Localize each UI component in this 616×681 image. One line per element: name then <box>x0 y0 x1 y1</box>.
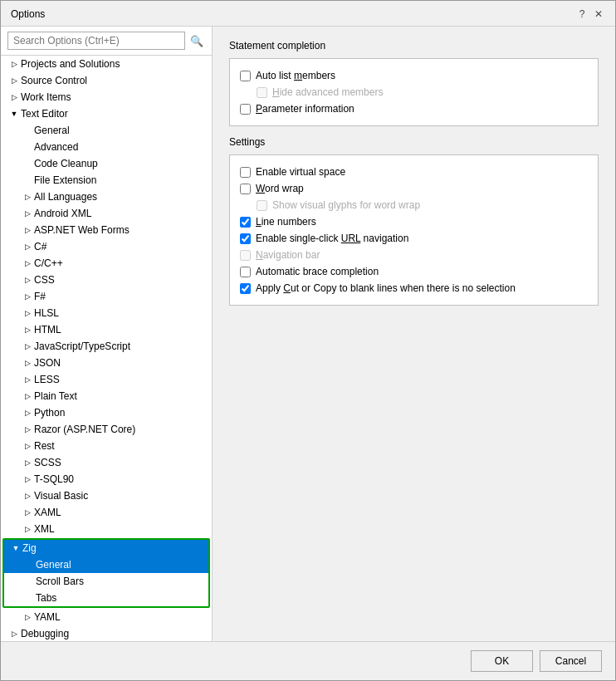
sidebar-item-label: General <box>34 125 70 136</box>
chevron-down-icon: ▼ <box>7 107 21 120</box>
title-bar: Options ? ✕ <box>1 1 615 27</box>
enable-virtual-space-label[interactable]: Enable virtual space <box>256 166 345 178</box>
sidebar-item-zig-tabs[interactable]: Tabs <box>4 590 208 606</box>
checkbox-row-single-click-url: Enable single-click URL navigation <box>240 230 588 247</box>
line-numbers-checkbox[interactable] <box>240 217 251 228</box>
chevron-right-icon: ▷ <box>7 57 21 71</box>
underline-span: L <box>256 216 262 228</box>
sidebar-item-text-editor-general[interactable]: General <box>1 122 212 139</box>
sidebar-item-hlsl[interactable]: ▷ HLSL <box>1 305 212 321</box>
sidebar-item-xaml[interactable]: ▷ XAML <box>1 504 212 521</box>
chevron-right-icon: ▷ <box>21 489 34 502</box>
checkbox-row-navigation-bar: Navigation bar <box>240 247 588 263</box>
enable-single-click-url-checkbox[interactable] <box>240 233 251 244</box>
underline-span: m <box>294 70 302 81</box>
sidebar-item-text-editor[interactable]: ▼ Text Editor <box>1 105 212 122</box>
sidebar-item-zig-general[interactable]: General <box>4 556 208 573</box>
sidebar-item-label: F# <box>34 291 46 302</box>
sidebar-item-xml[interactable]: ▷ XML <box>1 521 212 537</box>
sidebar-item-aspnet-web-forms[interactable]: ▷ ASP.NET Web Forms <box>1 222 212 238</box>
sidebar-item-plain-text[interactable]: ▷ Plain Text <box>1 388 212 404</box>
ok-button[interactable]: OK <box>471 650 533 672</box>
search-icon: 🔍 <box>190 35 203 47</box>
chevron-right-icon: ▷ <box>21 290 34 303</box>
apply-cut-copy-label[interactable]: Apply Cut or Copy to blank lines when th… <box>256 282 516 294</box>
apply-cut-copy-checkbox[interactable] <box>240 283 251 294</box>
checkbox-row-line-numbers: Line numbers <box>240 213 588 230</box>
sidebar-item-work-items[interactable]: ▷ Work Items <box>1 89 212 105</box>
sidebar-item-label: ASP.NET Web Forms <box>34 224 130 236</box>
navigation-bar-checkbox[interactable] <box>240 250 251 261</box>
expand-placeholder <box>22 558 36 571</box>
sidebar-item-projects-and-solutions[interactable]: ▷ Projects and Solutions <box>1 56 212 72</box>
chevron-right-icon: ▷ <box>7 627 21 640</box>
sidebar-item-label: LESS <box>34 374 60 385</box>
sidebar-item-zig[interactable]: ▼ Zig <box>4 540 208 556</box>
automatic-brace-completion-label[interactable]: Automatic brace completion <box>256 266 379 277</box>
chevron-right-icon: ▷ <box>21 356 34 370</box>
hide-advanced-members-checkbox[interactable] <box>257 87 267 98</box>
close-button[interactable]: ✕ <box>592 7 605 21</box>
line-numbers-label[interactable]: Line numbers <box>256 216 316 228</box>
word-wrap-label[interactable]: Word wrap <box>256 183 304 194</box>
underline-span: H <box>272 86 280 98</box>
sidebar-item-source-control[interactable]: ▷ Source Control <box>1 72 212 89</box>
sidebar-item-scss[interactable]: ▷ SCSS <box>1 454 212 471</box>
sidebar-item-csharp[interactable]: ▷ C# <box>1 238 212 255</box>
sidebar-item-label: Rest <box>34 440 55 452</box>
sidebar-item-all-languages[interactable]: ▷ All Languages <box>1 189 212 205</box>
options-dialog: Options ? ✕ 🔍 ▷ Projects and Solutions <box>0 0 616 681</box>
underline-span: P <box>256 103 262 115</box>
sidebar-item-label: Source Control <box>21 75 87 86</box>
sidebar-item-text-editor-advanced[interactable]: Advanced <box>1 139 212 155</box>
sidebar-item-rest[interactable]: ▷ Rest <box>1 438 212 454</box>
sidebar-item-less[interactable]: ▷ LESS <box>1 371 212 388</box>
sidebar-item-label: JavaScript/TypeScript <box>34 340 130 352</box>
checkbox-row-parameter-info: Parameter information <box>240 100 588 117</box>
sidebar-item-label: C/C++ <box>34 257 63 269</box>
help-button[interactable]: ? <box>575 7 589 21</box>
sidebar-item-python[interactable]: ▷ Python <box>1 404 212 421</box>
sidebar-item-fsharp[interactable]: ▷ F# <box>1 288 212 305</box>
expand-placeholder <box>21 174 34 187</box>
sidebar-item-label: Zig <box>22 542 37 554</box>
right-panel: Statement completion Auto list members H… <box>213 27 615 641</box>
auto-list-members-label[interactable]: Auto list members <box>256 70 335 81</box>
auto-list-members-checkbox[interactable] <box>240 71 251 81</box>
chevron-right-icon: ▷ <box>21 473 34 486</box>
sidebar-item-cpp[interactable]: ▷ C/C++ <box>1 255 212 272</box>
sidebar-item-code-cleanup[interactable]: Code Cleanup <box>1 155 212 172</box>
sidebar-item-js-ts[interactable]: ▷ JavaScript/TypeScript <box>1 338 212 355</box>
chevron-right-icon: ▷ <box>21 456 34 469</box>
automatic-brace-completion-checkbox[interactable] <box>240 267 251 277</box>
chevron-right-icon: ▷ <box>21 506 34 519</box>
sidebar-item-visual-basic[interactable]: ▷ Visual Basic <box>1 487 212 504</box>
tree-container[interactable]: ▷ Projects and Solutions ▷ Source Contro… <box>1 56 212 641</box>
parameter-information-label[interactable]: Parameter information <box>256 103 354 115</box>
sidebar-item-zig-scroll-bars[interactable]: Scroll Bars <box>4 573 208 590</box>
enable-virtual-space-checkbox[interactable] <box>240 167 251 178</box>
sidebar-item-file-extension[interactable]: File Extension <box>1 172 212 189</box>
sidebar-item-label: Python <box>34 407 65 419</box>
cancel-button[interactable]: Cancel <box>540 650 602 672</box>
parameter-information-checkbox[interactable] <box>240 104 251 115</box>
word-wrap-checkbox[interactable] <box>240 184 251 194</box>
sidebar-item-tsql90[interactable]: ▷ T-SQL90 <box>1 471 212 487</box>
show-visual-glyphs-checkbox[interactable] <box>257 200 267 211</box>
sidebar-item-html[interactable]: ▷ HTML <box>1 321 212 338</box>
enable-single-click-url-label[interactable]: Enable single-click URL navigation <box>256 233 408 244</box>
dialog-content: 🔍 ▷ Projects and Solutions ▷ Source Cont… <box>1 27 615 641</box>
chevron-right-icon: ▷ <box>21 373 34 386</box>
sidebar-item-yaml[interactable]: ▷ YAML <box>1 609 212 625</box>
search-icon-button[interactable]: 🔍 <box>188 32 205 49</box>
sidebar-item-debugging[interactable]: ▷ Debugging <box>1 625 212 641</box>
checkbox-row-visual-glyphs: Show visual glyphs for word wrap <box>240 197 588 213</box>
sidebar-item-android-xml[interactable]: ▷ Android XML <box>1 205 212 222</box>
search-input[interactable] <box>7 32 185 50</box>
sidebar-item-json[interactable]: ▷ JSON <box>1 355 212 371</box>
checkbox-row-virtual-space: Enable virtual space <box>240 164 588 180</box>
statement-completion-box: Auto list members Hide advanced members … <box>229 58 599 126</box>
sidebar-item-css[interactable]: ▷ CSS <box>1 272 212 288</box>
sidebar-item-label: XAML <box>34 507 61 518</box>
sidebar-item-razor[interactable]: ▷ Razor (ASP.NET Core) <box>1 421 212 438</box>
